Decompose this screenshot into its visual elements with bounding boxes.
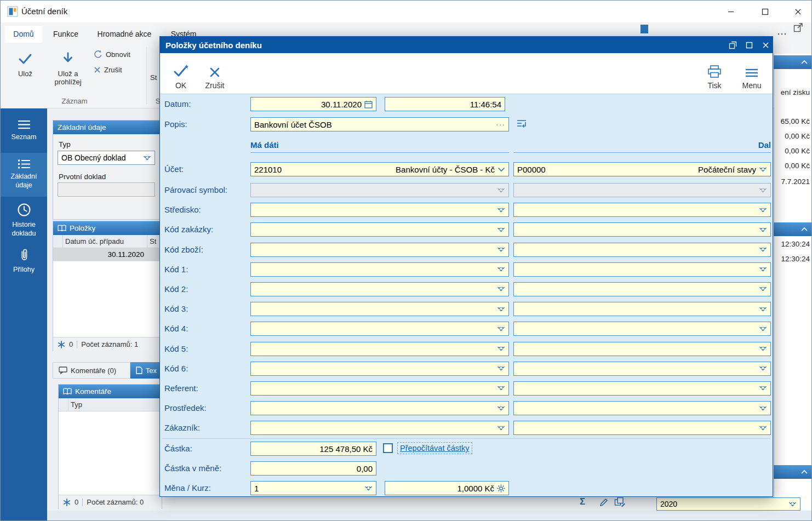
tab-texty[interactable]: Tex: [130, 362, 162, 379]
credit-value-field[interactable]: [513, 222, 771, 237]
collapse-icon[interactable]: [801, 470, 808, 474]
overflow-menu-button[interactable]: ⋯: [777, 28, 787, 40]
items-row-selected[interactable]: 30.11.2020: [53, 248, 162, 261]
credit-value-field[interactable]: [513, 421, 771, 435]
dropdown-icon[interactable]: [759, 247, 767, 252]
collapse-icon[interactable]: [801, 227, 808, 231]
dropdown-icon[interactable]: [497, 188, 505, 193]
dropdown-icon[interactable]: [497, 267, 505, 272]
popout-window-button[interactable]: [793, 22, 803, 35]
credit-value-field[interactable]: [513, 342, 771, 356]
dock-window-button[interactable]: [728, 41, 737, 50]
dropdown-icon[interactable]: [497, 406, 505, 411]
sidebar-item-zakladni-udaje[interactable]: Základní údaje: [1, 153, 47, 197]
maximize-button[interactable]: [752, 1, 777, 22]
debit-value-field[interactable]: [250, 342, 509, 356]
dropdown-icon[interactable]: [788, 502, 797, 507]
sidebar-item-prilohy[interactable]: Přílohy: [1, 244, 47, 279]
dropdown-icon[interactable]: [759, 406, 767, 411]
dropdown-icon[interactable]: [497, 426, 505, 431]
credit-value-field[interactable]: [513, 243, 771, 257]
credit-value-field[interactable]: [513, 322, 771, 336]
collapse-icon[interactable]: [801, 60, 808, 64]
debit-value-field[interactable]: [250, 302, 509, 316]
credit-value-field[interactable]: [513, 381, 771, 396]
exchange-rate-field[interactable]: 1,0000 Kč: [385, 481, 509, 495]
debit-value-field[interactable]: [250, 243, 509, 257]
debit-value-field[interactable]: [250, 421, 509, 435]
dropdown-icon[interactable]: [759, 208, 767, 213]
debit-value-field[interactable]: [250, 262, 509, 277]
typ-combobox[interactable]: OB Obecný doklad: [58, 151, 155, 165]
sidebar-item-historie-dokladu[interactable]: Historie dokladu: [1, 199, 47, 242]
dropdown-icon[interactable]: [759, 188, 767, 193]
dialog-maximize-button[interactable]: [744, 41, 754, 50]
prvotni-doklad-field[interactable]: [58, 182, 155, 197]
debit-value-field[interactable]: [250, 381, 509, 396]
year-combobox[interactable]: 2020: [656, 497, 800, 511]
sidebar-item-seznam[interactable]: Seznam: [1, 113, 47, 149]
copy-edit-button[interactable]: [614, 497, 626, 509]
dropdown-icon[interactable]: [364, 486, 373, 491]
dropdown-icon[interactable]: [497, 208, 505, 213]
save-and-view-button[interactable]: Ulož a prohlížej: [44, 45, 92, 96]
tab-komentare[interactable]: Komentáře (0): [53, 362, 130, 379]
predefined-text-button[interactable]: [516, 119, 527, 131]
dropdown-icon[interactable]: [759, 327, 767, 331]
currency-field[interactable]: 1: [250, 481, 376, 495]
edit-button[interactable]: [599, 497, 609, 509]
dropdown-icon[interactable]: [759, 167, 767, 172]
column-typ[interactable]: Typ: [68, 398, 162, 411]
dropdown-icon[interactable]: [497, 366, 505, 371]
dropdown-icon[interactable]: [759, 307, 767, 312]
debit-value-field[interactable]: [250, 401, 509, 415]
credit-value-field[interactable]: [513, 262, 771, 277]
dropdown-icon[interactable]: [497, 327, 505, 331]
sum-button[interactable]: Σ: [580, 496, 585, 507]
credit-value-field[interactable]: [513, 203, 771, 217]
dropdown-icon[interactable]: [759, 267, 767, 272]
dropdown-icon[interactable]: [497, 247, 505, 252]
debit-value-field[interactable]: [250, 222, 509, 237]
debit-value-field[interactable]: [250, 282, 509, 296]
tab-hromadne-akce[interactable]: Hromadné akce: [89, 26, 159, 43]
recalculate-checkbox[interactable]: [383, 443, 393, 453]
credit-value-field[interactable]: [513, 183, 771, 197]
dropdown-icon[interactable]: [497, 346, 505, 351]
dropdown-icon[interactable]: [497, 227, 505, 232]
credit-value-field[interactable]: [513, 362, 771, 376]
ellipsis-button[interactable]: ···: [496, 120, 505, 129]
recalculate-link[interactable]: Přepočítávat částky: [397, 442, 472, 454]
dropdown-icon[interactable]: [759, 426, 767, 431]
debit-account-field[interactable]: 221010 Bankovní účty - ČSOB - Kč: [250, 162, 509, 176]
debit-value-field[interactable]: [250, 322, 509, 336]
menu-button[interactable]: Menu: [737, 56, 766, 91]
description-field[interactable]: Bankovní účet ČSOB ···: [250, 117, 509, 131]
dropdown-icon[interactable]: [497, 307, 505, 312]
ok-button[interactable]: OK: [167, 56, 195, 91]
credit-account-field[interactable]: P00000 Počáteční stavy: [513, 162, 771, 176]
dropdown-icon[interactable]: [497, 386, 505, 391]
credit-value-field[interactable]: [513, 302, 771, 316]
credit-value-field[interactable]: [513, 282, 771, 296]
dropdown-icon[interactable]: [759, 346, 767, 351]
calendar-icon[interactable]: [364, 100, 373, 108]
chevron-down-icon[interactable]: [498, 167, 505, 172]
debit-value-field[interactable]: [250, 362, 509, 376]
dropdown-icon[interactable]: [497, 287, 505, 291]
refresh-button[interactable]: Obnovit: [94, 48, 130, 61]
close-button[interactable]: [785, 1, 810, 22]
column-datum-uc-pripadu[interactable]: Datum úč. případu: [63, 235, 147, 248]
credit-value-field[interactable]: [513, 401, 771, 415]
print-button[interactable]: Tisk: [700, 56, 729, 91]
minimize-button[interactable]: [718, 1, 744, 22]
tab-domu[interactable]: Domů: [5, 26, 42, 43]
save-button[interactable]: Ulož: [9, 45, 41, 96]
currency-amount-field[interactable]: 0,00: [250, 461, 376, 476]
dropdown-icon[interactable]: [759, 227, 767, 232]
dropdown-icon[interactable]: [759, 386, 767, 391]
amount-field[interactable]: 125 478,50 Kč: [250, 442, 376, 456]
time-field[interactable]: 11:46:54: [385, 97, 505, 111]
date-field[interactable]: 30.11.2020: [250, 97, 376, 111]
dialog-close-button[interactable]: [760, 41, 770, 50]
